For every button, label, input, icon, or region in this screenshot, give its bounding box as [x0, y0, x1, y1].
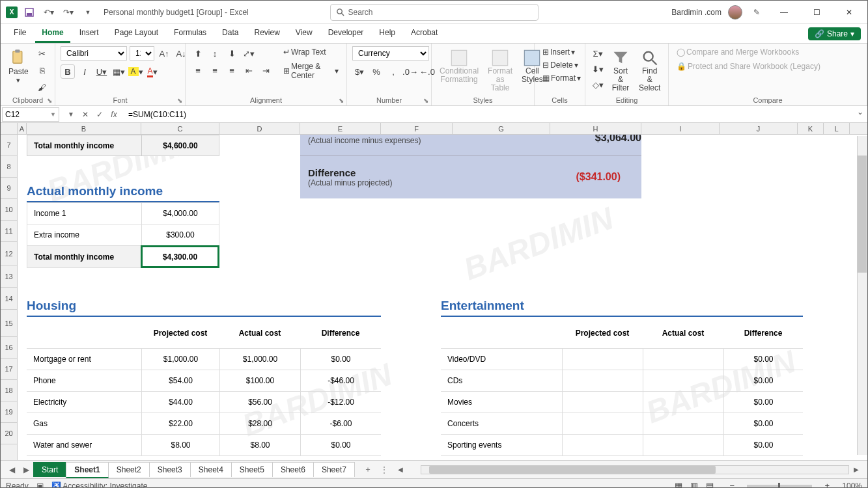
delete-cells-button[interactable]: ⊟ Delete ▾: [540, 59, 581, 71]
cell[interactable]: Projected cost: [562, 319, 643, 347]
cell[interactable]: [643, 435, 723, 455]
row-header[interactable]: 20: [1, 423, 17, 444]
cell[interactable]: Difference: [300, 319, 381, 347]
insert-cells-button[interactable]: ⊞ Insert ▾: [540, 46, 578, 58]
col-h[interactable]: H: [550, 123, 641, 134]
align-center-icon[interactable]: ≡: [208, 63, 222, 77]
cell[interactable]: [643, 392, 723, 413]
close-button[interactable]: ✕: [836, 3, 862, 21]
cell[interactable]: $8.00: [219, 435, 300, 455]
cell[interactable]: Concerts: [441, 413, 562, 434]
underline-button[interactable]: U▾: [94, 64, 109, 79]
find-select-button[interactable]: Find & Select: [636, 46, 663, 96]
row-header[interactable]: 9: [1, 178, 17, 199]
col-a[interactable]: A: [18, 123, 27, 134]
border-button[interactable]: ▦▾: [111, 64, 126, 79]
undo-icon[interactable]: ↶▾: [41, 5, 57, 20]
cell[interactable]: -$6.00: [300, 413, 381, 434]
accessibility-status[interactable]: ♿ Accessibility: Investigate: [51, 481, 148, 489]
cell[interactable]: -$46.00: [300, 370, 381, 391]
cancel-icon[interactable]: ✕: [79, 108, 92, 121]
section-heading[interactable]: Housing: [27, 299, 76, 312]
tab-insert[interactable]: Insert: [73, 24, 105, 43]
inc-decimal-icon[interactable]: .0→: [403, 64, 417, 79]
wrap-text-button[interactable]: ↵ Wrap Text: [281, 46, 341, 58]
zoom-level[interactable]: 100%: [842, 481, 862, 489]
sheet-tab[interactable]: Sheet6: [272, 462, 314, 477]
cell[interactable]: Difference: [308, 167, 576, 178]
scroll-left-icon[interactable]: ◀: [393, 463, 408, 477]
comma-icon[interactable]: ,: [386, 64, 400, 79]
cell[interactable]: [562, 370, 643, 391]
cell[interactable]: $300.00: [141, 224, 219, 245]
cell[interactable]: CDs: [441, 370, 562, 391]
select-all-corner[interactable]: [1, 123, 18, 134]
bold-button[interactable]: B: [61, 64, 75, 79]
redo-icon[interactable]: ↷▾: [61, 5, 76, 20]
cell[interactable]: $0.00: [723, 370, 803, 391]
row-header[interactable]: 8: [1, 156, 17, 178]
maximize-button[interactable]: ☐: [804, 3, 830, 21]
align-bottom-icon[interactable]: ⬇: [225, 46, 239, 61]
row-header[interactable]: 11: [1, 221, 17, 242]
sheet-tab-start[interactable]: Start: [33, 462, 66, 477]
cell[interactable]: [562, 435, 643, 455]
cell[interactable]: [562, 392, 643, 413]
view-page-break-icon[interactable]: ▤: [703, 479, 717, 489]
sheet-tab-menu[interactable]: ⋮: [375, 465, 393, 474]
tab-review[interactable]: Review: [247, 24, 286, 43]
col-c[interactable]: C: [141, 123, 219, 134]
tab-file[interactable]: File: [7, 24, 33, 43]
cell[interactable]: ($341.00): [576, 171, 634, 183]
sheet-tab[interactable]: Sheet5: [231, 462, 273, 477]
cell[interactable]: $54.00: [141, 370, 219, 391]
cell[interactable]: Income 1: [27, 203, 141, 224]
scroll-right-icon[interactable]: ▶: [849, 463, 863, 477]
cell[interactable]: $1,000.00: [219, 349, 300, 370]
number-format-select[interactable]: Currency: [352, 46, 429, 61]
worksheet-cells[interactable]: BARDIMIN BARDIMIN BARDIMIN BARDIMIN Tota…: [18, 135, 867, 460]
cell[interactable]: Difference: [723, 319, 803, 347]
tab-view[interactable]: View: [289, 24, 319, 43]
col-d[interactable]: D: [219, 123, 300, 134]
pen-icon[interactable]: ✎: [749, 5, 764, 20]
align-top-icon[interactable]: ⬆: [191, 46, 205, 61]
sort-filter-button[interactable]: Sort & Filter: [609, 46, 632, 96]
cell[interactable]: $0.00: [723, 413, 803, 434]
col-l[interactable]: L: [824, 123, 850, 134]
confirm-icon[interactable]: ✓: [93, 108, 106, 121]
sheet-tab[interactable]: Sheet1: [66, 462, 108, 478]
tab-page-layout[interactable]: Page Layout: [108, 24, 165, 43]
name-box[interactable]: C12▼: [2, 107, 59, 122]
cell[interactable]: Water and sewer: [27, 435, 141, 455]
cancel-formula-icon[interactable]: ▼: [64, 108, 77, 121]
row-header[interactable]: 13: [1, 265, 17, 288]
cell[interactable]: $4,000.00: [141, 203, 219, 224]
row-header[interactable]: 16: [1, 337, 17, 359]
sheet-tab[interactable]: Sheet7: [313, 462, 355, 477]
view-page-layout-icon[interactable]: ▥: [687, 479, 701, 489]
tab-help[interactable]: Help: [372, 24, 402, 43]
horizontal-scrollbar[interactable]: [421, 465, 849, 474]
search-input[interactable]: Search: [330, 4, 539, 21]
orientation-icon[interactable]: ⤢▾: [242, 46, 256, 61]
tab-acrobat[interactable]: Acrobat: [404, 24, 444, 43]
autosum-icon[interactable]: Σ▾: [591, 46, 605, 61]
row-header[interactable]: 12: [1, 242, 17, 265]
cell[interactable]: [643, 413, 723, 434]
cell[interactable]: $0.00: [723, 392, 803, 413]
col-i[interactable]: I: [641, 123, 720, 134]
fill-color-button[interactable]: A▾: [128, 64, 143, 79]
user-name[interactable]: Bardimin .com: [671, 8, 721, 17]
row-header[interactable]: 17: [1, 359, 17, 380]
format-painter-icon[interactable]: 🖌: [35, 80, 49, 94]
collapse-ribbon-icon[interactable]: ⌄: [857, 107, 866, 116]
tab-formulas[interactable]: Formulas: [167, 24, 213, 43]
col-f[interactable]: F: [381, 123, 453, 134]
cell[interactable]: -$12.00: [300, 392, 381, 413]
cell[interactable]: Total monthly income: [27, 246, 141, 267]
row-header[interactable]: 14: [1, 288, 17, 310]
zoom-out-icon[interactable]: −: [725, 479, 739, 489]
cell[interactable]: $4,600.00: [141, 135, 219, 156]
cell[interactable]: (Actual minus projected): [308, 178, 576, 187]
